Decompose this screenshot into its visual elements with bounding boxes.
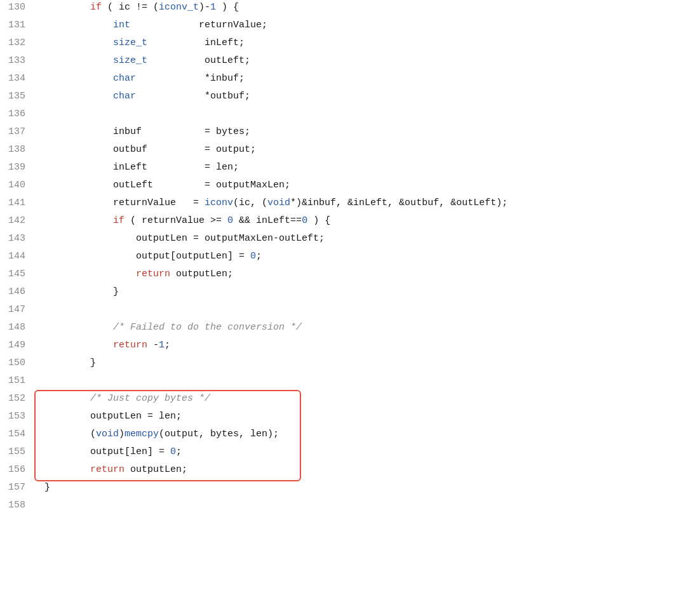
line-code: size_t inLeft;: [38, 36, 686, 53]
line-number: 131: [0, 18, 38, 36]
line-code: char *outbuf;: [38, 89, 686, 107]
table-row: 155 output[len] = 0;: [0, 445, 686, 462]
code-table: 130 if ( ic != (iconv_t)-1 ) {131 int re…: [0, 0, 686, 516]
table-row: 152 /* Just copy bytes */: [0, 391, 686, 409]
line-number: 133: [0, 53, 38, 71]
line-number: 135: [0, 89, 38, 107]
line-number: 150: [0, 356, 38, 373]
table-row: 146 }: [0, 285, 686, 302]
line-number: 158: [0, 498, 38, 516]
table-row: 134 char *inbuf;: [0, 71, 686, 89]
line-number: 144: [0, 249, 38, 267]
line-code: return outputLen;: [38, 462, 686, 480]
line-number: 151: [0, 373, 38, 391]
table-row: 136: [0, 107, 686, 124]
line-code: outputLen = len;: [38, 409, 686, 427]
line-number: 147: [0, 302, 38, 320]
line-number: 141: [0, 196, 38, 213]
line-code: int returnValue;: [38, 18, 686, 36]
line-code: size_t outLeft;: [38, 53, 686, 71]
line-number: 137: [0, 124, 38, 142]
table-row: 151: [0, 373, 686, 391]
table-row: 131 int returnValue;: [0, 18, 686, 36]
table-row: 156 return outputLen;: [0, 462, 686, 480]
line-number: 134: [0, 71, 38, 89]
line-code: }: [38, 356, 686, 373]
line-code: returnValue = iconv(ic, (void*)&inbuf, &…: [38, 196, 686, 213]
line-code: output[len] = 0;: [38, 445, 686, 462]
line-number: 155: [0, 445, 38, 462]
line-code: if ( returnValue >= 0 && inLeft==0 ) {: [38, 213, 686, 231]
line-code: /* Failed to do the conversion */: [38, 320, 686, 338]
line-number: 146: [0, 285, 38, 302]
line-code: [38, 373, 686, 391]
line-number: 130: [0, 0, 38, 18]
table-row: 130 if ( ic != (iconv_t)-1 ) {: [0, 0, 686, 18]
line-number: 140: [0, 178, 38, 196]
table-row: 158: [0, 498, 686, 516]
table-row: 143 outputLen = outputMaxLen-outLeft;: [0, 231, 686, 249]
table-row: 154 (void)memcpy(output, bytes, len);: [0, 427, 686, 445]
line-number: 143: [0, 231, 38, 249]
line-code: [38, 302, 686, 320]
line-number: 148: [0, 320, 38, 338]
table-row: 153 outputLen = len;: [0, 409, 686, 427]
line-code: }: [38, 480, 686, 498]
table-row: 149 return -1;: [0, 338, 686, 356]
table-row: 145 return outputLen;: [0, 267, 686, 285]
line-number: 142: [0, 213, 38, 231]
line-code: /* Just copy bytes */: [38, 391, 686, 409]
table-row: 132 size_t inLeft;: [0, 36, 686, 53]
line-number: 136: [0, 107, 38, 124]
line-code: outputLen = outputMaxLen-outLeft;: [38, 231, 686, 249]
line-code: char *inbuf;: [38, 71, 686, 89]
line-number: 149: [0, 338, 38, 356]
line-number: 152: [0, 391, 38, 409]
line-number: 153: [0, 409, 38, 427]
line-code: output[outputLen] = 0;: [38, 249, 686, 267]
line-code: [38, 107, 686, 124]
line-number: 154: [0, 427, 38, 445]
line-code: (void)memcpy(output, bytes, len);: [38, 427, 686, 445]
code-viewer: 130 if ( ic != (iconv_t)-1 ) {131 int re…: [0, 0, 686, 616]
table-row: 140 outLeft = outputMaxLen;: [0, 178, 686, 196]
line-number: 138: [0, 142, 38, 160]
line-code: outLeft = outputMaxLen;: [38, 178, 686, 196]
table-row: 133 size_t outLeft;: [0, 53, 686, 71]
line-code: if ( ic != (iconv_t)-1 ) {: [38, 0, 686, 18]
line-code: inLeft = len;: [38, 160, 686, 178]
line-number: 156: [0, 462, 38, 480]
table-row: 141 returnValue = iconv(ic, (void*)&inbu…: [0, 196, 686, 213]
line-code: inbuf = bytes;: [38, 124, 686, 142]
line-number: 145: [0, 267, 38, 285]
table-row: 137 inbuf = bytes;: [0, 124, 686, 142]
line-code: return outputLen;: [38, 267, 686, 285]
table-row: 135 char *outbuf;: [0, 89, 686, 107]
line-number: 157: [0, 480, 38, 498]
line-code: outbuf = output;: [38, 142, 686, 160]
line-code: }: [38, 285, 686, 302]
table-row: 147: [0, 302, 686, 320]
table-row: 157}: [0, 480, 686, 498]
table-row: 148 /* Failed to do the conversion */: [0, 320, 686, 338]
line-code: [38, 498, 686, 516]
table-row: 139 inLeft = len;: [0, 160, 686, 178]
line-number: 132: [0, 36, 38, 53]
line-code: return -1;: [38, 338, 686, 356]
table-row: 138 outbuf = output;: [0, 142, 686, 160]
table-row: 150 }: [0, 356, 686, 373]
table-row: 144 output[outputLen] = 0;: [0, 249, 686, 267]
line-number: 139: [0, 160, 38, 178]
table-row: 142 if ( returnValue >= 0 && inLeft==0 )…: [0, 213, 686, 231]
